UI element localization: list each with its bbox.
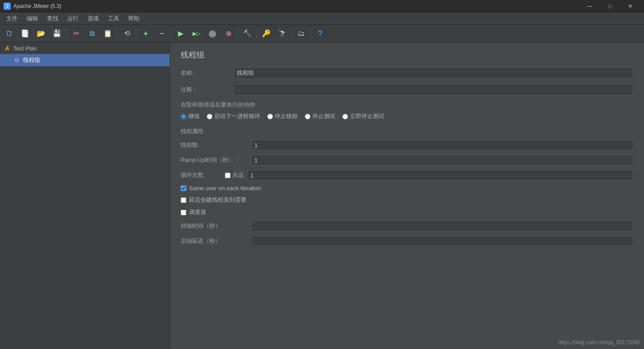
new-button[interactable]: 🗋 — [2, 27, 17, 41]
toolbar-sep-1 — [66, 28, 67, 39]
radio-start-next-loop[interactable]: 启动下一进程循环 — [207, 112, 260, 120]
expand-button[interactable]: ⟲ — [119, 27, 134, 41]
ramp-up-label: Ramp-Up时间（秒）： — [181, 156, 251, 164]
help-button[interactable]: ? — [313, 27, 328, 41]
title-bar-controls[interactable]: — □ ✕ — [580, 0, 640, 12]
duration-row: 持续时间（秒） — [181, 221, 633, 231]
menu-tools[interactable]: 工具 — [103, 13, 124, 24]
toolbar-sep-7 — [292, 28, 292, 39]
title-bar-left: J Apache JMeter (5.3) — [4, 3, 61, 10]
title-bar: J Apache JMeter (5.3) — □ ✕ — [0, 0, 644, 12]
forever-label: 永远 — [232, 171, 244, 179]
startup-delay-input[interactable] — [251, 236, 633, 246]
cut-button[interactable]: ✂ — [68, 27, 83, 41]
forever-wrap: 永远 — [225, 171, 244, 179]
name-input[interactable] — [234, 67, 633, 79]
loop-count-input[interactable] — [247, 170, 633, 180]
add-button[interactable]: + — [138, 27, 153, 41]
loop-count-label: 循环次数 — [181, 171, 225, 179]
search-button[interactable]: 🔭 — [275, 27, 290, 41]
maximize-button[interactable]: □ — [600, 0, 620, 12]
content-panel: 线程组 名称： 注释： 在取样器错误后要执行的动作 继续 启动下一进程循环 — [170, 42, 644, 349]
menu-file[interactable]: 文件 — [2, 13, 22, 24]
action-radio-group: 继续 启动下一进程循环 停止线程 停止测试 立即停止测试 — [181, 112, 633, 120]
menu-bar: 文件 编辑 查找 运行 选项 工具 帮助 — [0, 12, 644, 25]
sidebar-item-test-plan-label: Test Plan — [13, 45, 37, 52]
comment-label: 注释： — [181, 86, 234, 94]
close-button[interactable]: ✕ — [620, 0, 640, 12]
app-icon: J — [4, 3, 11, 10]
save-button[interactable]: 💾 — [49, 27, 64, 41]
toolbar-sep-2 — [117, 28, 117, 39]
duration-input[interactable] — [251, 221, 633, 231]
remove-button[interactable]: − — [154, 27, 169, 41]
sidebar-item-test-plan[interactable]: A Test Plan — [0, 42, 170, 54]
toolbar: 🗋 📑 📂 💾 ✂ ⧉ 📋 ⟲ + − ▶ ▶▷ ⬤ ⊗ 🔨 🔑 🔭 🗂 ? — [0, 25, 644, 42]
sidebar-item-thread-group[interactable]: ⚙ 线程组 — [0, 54, 170, 66]
open-button[interactable]: 📂 — [34, 27, 49, 41]
ramp-up-row: Ramp-Up时间（秒）： — [181, 155, 633, 165]
thread-count-row: 线程数: — [181, 140, 633, 150]
menu-find[interactable]: 查找 — [42, 13, 63, 24]
scheduler-checkbox[interactable] — [181, 210, 186, 215]
watermark: https://blog.csdn.net/qq_38175040 — [558, 339, 640, 345]
ramp-up-input[interactable] — [251, 155, 633, 165]
toolbar-sep-5 — [238, 28, 238, 39]
delay-create-row: 延迟创建线程直到需要 — [181, 196, 633, 204]
start-button[interactable]: ▶ — [173, 27, 188, 41]
radio-stop-thread-input[interactable] — [267, 114, 273, 119]
start-no-pause-button[interactable]: ▶▷ — [189, 27, 204, 41]
radio-stop-test-label: 停止测试 — [312, 112, 335, 120]
startup-delay-row: 启动延迟（秒） — [181, 236, 633, 246]
comment-row: 注释： — [181, 84, 633, 96]
toolbar-sep-4 — [171, 28, 171, 39]
test-plan-icon: A — [4, 45, 11, 52]
thread-count-input[interactable] — [251, 140, 633, 150]
app-title: Apache JMeter (5.3) — [13, 3, 61, 9]
templates2-button[interactable]: 🗂 — [294, 27, 309, 41]
radio-stop-test-now-input[interactable] — [342, 114, 348, 119]
forever-checkbox[interactable] — [225, 173, 231, 178]
radio-stop-test[interactable]: 停止测试 — [305, 112, 335, 120]
radio-continue-input[interactable] — [181, 114, 186, 119]
copy-button[interactable]: ⧉ — [84, 27, 99, 41]
name-row: 名称： — [181, 67, 633, 79]
scheduler-label: 调度器 — [189, 208, 206, 216]
comment-input[interactable] — [234, 84, 633, 96]
stop-now-button[interactable]: ⊗ — [221, 27, 236, 41]
startup-delay-label: 启动延迟（秒） — [181, 237, 251, 245]
menu-run[interactable]: 运行 — [63, 13, 83, 24]
action-section-label: 在取样器错误后要执行的动作 — [181, 101, 633, 109]
main-layout: A Test Plan ⚙ 线程组 线程组 名称： 注释： 在取样器错误后要执行… — [0, 42, 644, 349]
delay-create-checkbox[interactable] — [181, 197, 186, 203]
radio-continue[interactable]: 继续 — [181, 112, 200, 120]
toolbar-sep-8 — [311, 28, 311, 39]
radio-stop-test-input[interactable] — [305, 114, 311, 119]
run-thread-button[interactable]: 🔨 — [240, 27, 255, 41]
panel-title: 线程组 — [181, 50, 633, 60]
radio-continue-label: 继续 — [188, 112, 200, 120]
same-user-checkbox[interactable] — [181, 185, 186, 191]
radio-next-loop-input[interactable] — [207, 114, 212, 119]
menu-help[interactable]: 帮助 — [124, 13, 144, 24]
action-section: 在取样器错误后要执行的动作 继续 启动下一进程循环 停止线程 停止测试 — [181, 101, 633, 120]
scheduler-row: 调度器 — [181, 208, 633, 216]
minimize-button[interactable]: — — [580, 0, 600, 12]
thread-props-title: 线程属性 — [181, 127, 633, 135]
templates-button[interactable]: 📑 — [18, 27, 33, 41]
toolbar-sep-6 — [257, 28, 257, 39]
menu-options[interactable]: 选项 — [83, 13, 103, 24]
paste-button[interactable]: 📋 — [100, 27, 115, 41]
same-user-label: Same user on each iteration — [189, 185, 261, 192]
stop-button[interactable]: ⬤ — [205, 27, 220, 41]
menu-edit[interactable]: 编辑 — [22, 13, 42, 24]
duration-label: 持续时间（秒） — [181, 222, 251, 230]
radio-stop-test-now[interactable]: 立即停止测试 — [342, 112, 384, 120]
sidebar: A Test Plan ⚙ 线程组 — [0, 42, 170, 349]
radio-stop-thread[interactable]: 停止线程 — [267, 112, 298, 120]
radio-next-loop-label: 启动下一进程循环 — [214, 112, 260, 120]
name-label: 名称： — [181, 69, 234, 77]
thread-count-label: 线程数: — [181, 141, 251, 149]
clear-button[interactable]: 🔑 — [259, 27, 274, 41]
sidebar-item-thread-group-label: 线程组 — [23, 56, 40, 64]
